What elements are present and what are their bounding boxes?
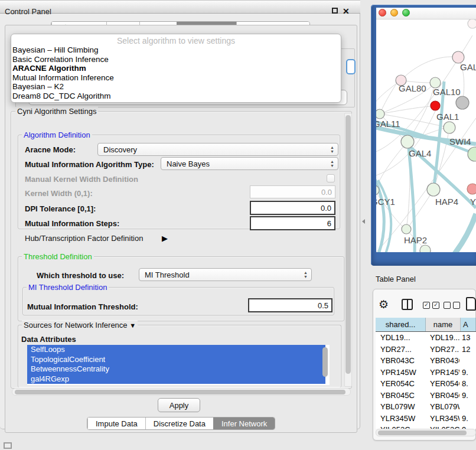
control-panel-title: Control Panel xyxy=(5,7,51,16)
kernel-width-label: Kernel Width (0,1): xyxy=(25,189,93,198)
network-node[interactable] xyxy=(452,51,464,63)
combo-spinner-icon: ▲▼ xyxy=(304,270,308,279)
algorithm-definition-title: Algorithm Definition xyxy=(22,131,92,139)
algorithm-option[interactable]: Dream8 DC_TDC Algorithm xyxy=(11,92,341,101)
panel-divider-collapse-icon[interactable] xyxy=(362,219,365,224)
network-node-label: Y xyxy=(470,197,476,207)
minimize-traffic-light-icon[interactable] xyxy=(390,9,398,17)
column-header[interactable]: A xyxy=(461,318,476,331)
table-row[interactable]: YBR045C YBR045C 9. xyxy=(376,390,476,402)
control-panel-titlebar[interactable] xyxy=(0,0,360,14)
close-icon[interactable]: ✕ xyxy=(343,6,350,17)
network-node[interactable] xyxy=(444,122,455,133)
network-node[interactable] xyxy=(431,101,440,110)
table-row[interactable]: YLR345W YLR345W 9. xyxy=(376,413,476,425)
network-node-label: GCY1 xyxy=(376,197,395,207)
mi-threshold-title: MI Threshold Definition xyxy=(27,283,109,292)
table-row[interactable]: YBL079W YBL079W xyxy=(376,401,476,413)
network-node-label: SWI4 xyxy=(449,136,471,146)
mi-type-combo[interactable]: Naive Bayes ▲▼ xyxy=(161,157,338,170)
export-table-icon[interactable] xyxy=(466,297,476,311)
table-body: YDL19... YDL19... 13 YDR27... YDR27... 1… xyxy=(376,332,476,429)
table-row[interactable]: YBR043C YBR043C xyxy=(376,355,476,367)
mi-steps-field[interactable]: 6 xyxy=(250,216,335,230)
combo-spinner-icon: ▲▼ xyxy=(330,159,334,168)
network-node-label: GAL11 xyxy=(376,119,400,129)
tab[interactable]: Infer Network xyxy=(213,418,275,429)
columns-icon[interactable] xyxy=(402,299,413,310)
kernel-width-field[interactable]: 0.0 xyxy=(250,185,335,198)
table-panel-title: Table Panel xyxy=(376,275,416,283)
close-traffic-light-icon[interactable] xyxy=(379,9,386,17)
network-node[interactable] xyxy=(427,183,440,196)
gear-icon[interactable]: ⚙ xyxy=(379,298,389,311)
list-item[interactable]: TopologicalCoefficient xyxy=(27,355,325,365)
table-row[interactable]: YPR145W YPR145W 9. xyxy=(376,367,476,379)
list-item[interactable]: BetweennessCentrality xyxy=(27,364,325,374)
expand-right-icon[interactable]: ▶ xyxy=(162,234,168,243)
network-node[interactable] xyxy=(401,135,414,148)
docked-window-icon[interactable] xyxy=(4,442,12,449)
network-node-label: GAL80 xyxy=(399,83,426,93)
table-row[interactable]: YDR27... YDR27... 12 xyxy=(376,344,476,356)
mi-steps-label: Mutual Information Steps: xyxy=(25,219,119,228)
tab-label: Infer Network xyxy=(221,419,267,428)
tab-label: Impute Data xyxy=(96,419,138,428)
algorithm-option[interactable]: Basic Correlation Inference xyxy=(11,55,341,64)
data-attributes-label: Data Attributes xyxy=(21,335,76,344)
which-threshold-combo[interactable]: MI Threshold ▲▼ xyxy=(139,268,312,281)
show-checked-icon[interactable]: ✓✓ xyxy=(423,302,439,309)
table-header-row: shared... name A xyxy=(376,318,476,332)
show-unchecked-icon[interactable] xyxy=(444,302,460,309)
network-node[interactable] xyxy=(420,245,431,252)
dpi-tolerance-label: DPI Tolerance [0,1]: xyxy=(25,204,96,213)
app-root: Control Panel ✕ Network Style Select Cyn… xyxy=(0,0,476,450)
network-node[interactable] xyxy=(376,109,384,119)
list-item[interactable]: gal4RGexp xyxy=(27,374,325,384)
focused-combo-spinner-fragment[interactable] xyxy=(346,59,356,74)
attributes-vscroll-thumb[interactable] xyxy=(322,347,328,377)
algorithm-option[interactable]: Bayesian – K2 xyxy=(11,82,341,92)
bottom-tabs: Impute Data Discretize Data Infer Networ… xyxy=(87,417,275,430)
column-header[interactable]: shared... xyxy=(376,318,426,331)
which-threshold-label: Which threshold to use: xyxy=(37,271,124,280)
mi-threshold-field[interactable]: 0.5 xyxy=(248,298,332,312)
table-hscroll-thumb[interactable] xyxy=(378,431,467,435)
manual-kernel-checkbox[interactable] xyxy=(327,174,335,182)
cyni-algorithm-settings-title: Cyni Algorithm Settings xyxy=(15,107,98,116)
algorithm-option[interactable]: Bayesian – Hill Climbing xyxy=(11,45,341,55)
tab[interactable]: Discretize Data xyxy=(145,418,213,429)
algorithm-option[interactable]: Mutual Information Inference xyxy=(11,73,341,83)
dpi-tolerance-field[interactable]: 0.0 xyxy=(250,201,335,215)
network-node[interactable] xyxy=(467,184,476,194)
table-row[interactable]: YER054C YER054C 8. xyxy=(376,378,476,390)
settings-hscroll-thumb[interactable] xyxy=(15,390,345,394)
expand-down-icon[interactable]: ▼ xyxy=(129,322,136,329)
network-node-label: GAL xyxy=(460,62,476,72)
algorithm-options: Bayesian – Hill Climbing Basic Correlati… xyxy=(11,45,341,100)
sources-title[interactable]: Sources for Network Inference ▼ xyxy=(22,321,138,330)
which-threshold-value: MI Threshold xyxy=(145,270,190,279)
network-node-label: GAL10 xyxy=(433,87,461,97)
table-row[interactable]: YIL052C YIL052C 9 xyxy=(376,424,476,429)
algorithm-option[interactable]: ARACNE Algorithm xyxy=(11,64,341,73)
network-node[interactable] xyxy=(456,96,469,109)
network-canvas[interactable]: GALGAL80GAL10GAL1GAL11SWI4GAL4GCY1HAP4YH… xyxy=(376,19,476,252)
network-node[interactable] xyxy=(468,147,476,161)
zoom-traffic-light-icon[interactable] xyxy=(402,9,410,17)
network-node-label: HAP2 xyxy=(404,235,427,245)
hub-definition-label[interactable]: Hub/Transcription Factor Definition xyxy=(25,234,143,243)
column-header[interactable]: name xyxy=(426,318,461,331)
float-window-icon[interactable] xyxy=(332,8,338,14)
list-item[interactable]: SelfLoops xyxy=(27,345,325,355)
apply-button[interactable]: Apply xyxy=(158,398,200,412)
network-node[interactable] xyxy=(468,19,476,28)
aracne-mode-combo[interactable]: Discovery ▲▼ xyxy=(97,143,338,156)
mi-threshold-label: Mutual Information Threshold: xyxy=(27,302,138,311)
table-row[interactable]: YDL19... YDL19... 13 xyxy=(376,332,476,344)
tab[interactable]: Impute Data xyxy=(87,418,145,429)
network-node[interactable] xyxy=(402,224,411,234)
mi-type-value: Naive Bayes xyxy=(167,159,210,168)
settings-vscroll-thumb[interactable] xyxy=(345,115,351,374)
network-node-label: GAL4 xyxy=(409,148,431,158)
